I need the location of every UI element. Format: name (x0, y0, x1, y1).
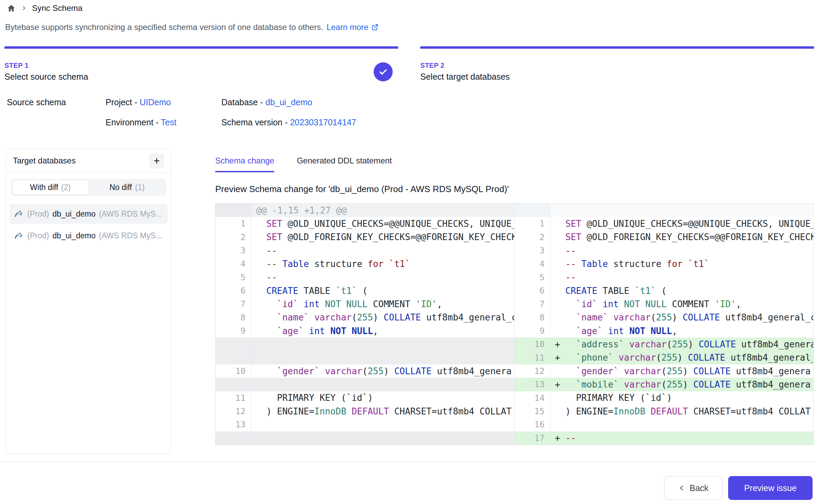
db-instance: (AWS RDS MyS... (99, 231, 162, 240)
diff-left-cell: 11 PRIMARY KEY (`id`) (216, 391, 515, 405)
code-line: @@ -1,15 +1,27 @@ (251, 204, 514, 217)
diff-right-cell: 1SET @OLD_UNIQUE_CHECKS=@@UNIQUE_CHECKS,… (515, 217, 813, 230)
source-schema-label: Source schema (7, 97, 106, 107)
code-line: PRIMARY KEY (`id`) (550, 391, 813, 405)
line-number: 8 (515, 311, 550, 324)
tab-schema-change[interactable]: Schema change (215, 156, 274, 172)
line-number: 10 (515, 337, 550, 351)
diff-row: 11+ `phone` varchar(255) COLLATE utf8mb4… (216, 351, 813, 364)
database-link[interactable]: db_ui_demo (265, 97, 312, 107)
target-databases-title: Target databases (13, 156, 76, 166)
back-button[interactable]: Back (664, 476, 723, 500)
line-number: 14 (515, 391, 550, 405)
code-line: + `phone` varchar(255) COLLATE utf8mb4_g… (550, 351, 813, 364)
diff-row: 7 `id` int NOT NULL COMMENT 'ID',7 `id` … (216, 297, 813, 311)
environment-link[interactable]: Test (161, 117, 176, 127)
code-line: `age` int NOT NULL, (550, 324, 813, 337)
line-number: 2 (216, 231, 251, 244)
code-line: SET @OLD_UNIQUE_CHECKS=@@UNIQUE_CHECKS, … (550, 217, 813, 230)
chevron-left-icon (678, 485, 685, 491)
db-instance: (AWS RDS MyS... (99, 209, 162, 219)
step-1-title: Select source schema (4, 72, 398, 82)
line-number: 11 (216, 391, 251, 405)
learn-more-link[interactable]: Learn more (327, 22, 379, 32)
tab-generated-ddl[interactable]: Generated DDL statement (297, 156, 392, 172)
diff-sign: + (550, 352, 565, 363)
diff-right-cell: 2SET @OLD_FOREIGN_KEY_CHECKS=@@FOREIGN_K… (515, 231, 813, 244)
code-line: `age` int NOT NULL, (251, 324, 514, 337)
line-number (216, 378, 251, 391)
code-line: ) ENGINE=InnoDB DEFAULT CHARSET=utf8mb4 … (550, 405, 813, 418)
tab-no-diff[interactable]: No diff(1) (89, 180, 165, 195)
code-line (550, 204, 813, 217)
diff-row: @@ -1,15 +1,27 @@ (216, 204, 813, 217)
source-schema-summary: Source schema Project - UIDemo Database … (7, 97, 356, 127)
external-link-icon (371, 23, 379, 31)
diff-left-cell: 12) ENGINE=InnoDB DEFAULT CHARSET=utf8mb… (216, 405, 515, 418)
line-number: 9 (515, 324, 550, 337)
diff-row: 3--3-- (216, 244, 813, 257)
code-line: -- (550, 244, 813, 257)
diff-row: 5--5-- (216, 271, 813, 284)
diff-row: 1316 (216, 418, 813, 431)
code-line (251, 418, 514, 431)
line-number: 12 (216, 405, 251, 418)
footer-divider (0, 461, 816, 462)
line-number: 3 (216, 244, 251, 257)
target-database-list: (Prod) db_ui_demo (AWS RDS MyS... (Prod)… (10, 204, 168, 246)
intro-description: Bytebase supports synchronizing a specif… (5, 22, 323, 32)
diff-left-cell: 7 `id` int NOT NULL COMMENT 'ID', (216, 297, 515, 311)
preview-title: Preview Schema change for 'db_ui_demo (P… (215, 184, 814, 194)
step-1: STEP 1 Select source schema (4, 46, 398, 82)
line-number: 17 (515, 431, 550, 445)
diff-row: 9 `age` int NOT NULL,9 `age` int NOT NUL… (216, 324, 813, 337)
environment-field: Environment - Test (106, 117, 221, 127)
diff-left-cell: 4-- Table structure for `t1` (216, 257, 515, 270)
step-1-label: STEP 1 (4, 62, 398, 69)
home-icon[interactable] (7, 4, 16, 13)
code-line: + `mobile` varchar(255) COLLATE utf8mb4_… (550, 378, 813, 391)
preview-issue-button[interactable]: Preview issue (728, 476, 813, 500)
diff-sign: + (550, 379, 565, 390)
diff-right-cell (515, 204, 813, 217)
target-db-item[interactable]: (Prod) db_ui_demo (AWS RDS MyS... (10, 204, 168, 224)
chevron-right-icon (21, 5, 27, 11)
diff-right-cell: 13+ `mobile` varchar(255) COLLATE utf8mb… (515, 378, 813, 391)
diff-row: 13+ `mobile` varchar(255) COLLATE utf8mb… (216, 378, 813, 391)
diff-left-cell: @@ -1,15 +1,27 @@ (216, 204, 515, 217)
schema-diff-view[interactable]: @@ -1,15 +1,27 @@1SET @OLD_UNIQUE_CHECKS… (215, 203, 814, 445)
diff-row: 17+-- (216, 431, 813, 445)
db-environment: (Prod) (27, 209, 49, 219)
diff-left-cell (216, 378, 515, 391)
diff-right-cell: 4-- Table structure for `t1` (515, 257, 813, 270)
diff-row: 11 PRIMARY KEY (`id`)14 PRIMARY KEY (`id… (216, 391, 813, 405)
line-number: 4 (515, 257, 550, 270)
diff-right-cell: 14 PRIMARY KEY (`id`) (515, 391, 813, 405)
code-line: CREATE TABLE `t1` ( (251, 284, 514, 297)
project-link[interactable]: UIDemo (140, 97, 171, 107)
add-target-database-button[interactable]: + (149, 153, 164, 168)
code-line: -- Table structure for `t1` (550, 257, 813, 270)
line-number: 7 (216, 297, 251, 311)
step-2-title: Select target databases (420, 72, 814, 82)
code-line (251, 351, 514, 364)
diff-right-cell: 6CREATE TABLE `t1` ( (515, 284, 813, 297)
diff-row: 6CREATE TABLE `t1` (6CREATE TABLE `t1` ( (216, 284, 813, 297)
diff-sign: + (550, 339, 565, 349)
line-number: 5 (216, 271, 251, 284)
diff-left-cell (216, 431, 515, 445)
step-2-progress-bar (420, 46, 814, 49)
code-line: CREATE TABLE `t1` ( (550, 284, 813, 297)
tab-with-diff[interactable]: With diff(2) (12, 180, 89, 195)
target-db-item[interactable]: (Prod) db_ui_demo (AWS RDS MyS... (10, 226, 168, 246)
target-databases-panel: Target databases + With diff(2) No diff(… (6, 149, 171, 454)
line-number (216, 431, 251, 445)
line-number: 6 (515, 284, 550, 297)
diff-left-cell: 5-- (216, 271, 515, 284)
page-title: Sync Schema (32, 3, 82, 13)
schema-version-link[interactable]: 20230317014147 (290, 117, 356, 127)
sync-schema-page: Sync Schema Bytebase supports synchroniz… (0, 0, 816, 504)
mysql-icon (14, 231, 24, 241)
line-number: 9 (216, 324, 251, 337)
line-number: 12 (515, 364, 550, 378)
